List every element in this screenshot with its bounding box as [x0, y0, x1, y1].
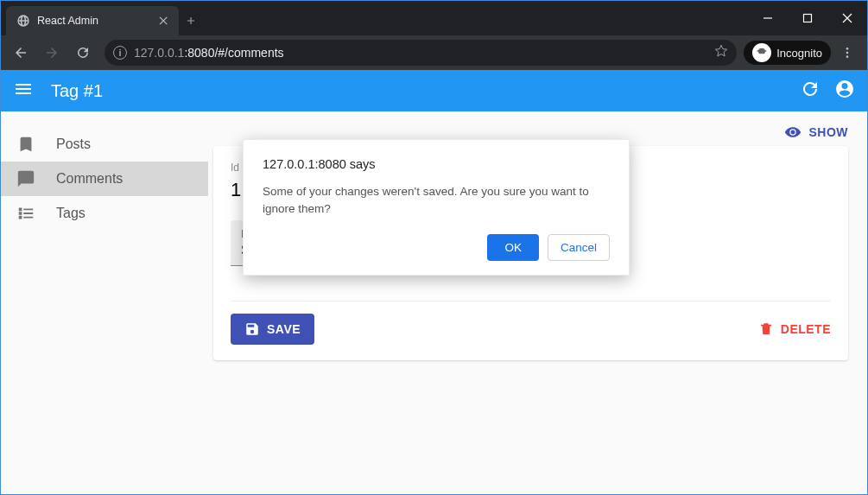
sidebar-item-label: Comments	[56, 171, 123, 187]
url-text: 127.0.0.1:8080/#/comments	[134, 46, 284, 60]
globe-icon	[16, 14, 30, 28]
dialog-message: Some of your changes weren't saved. Are …	[263, 183, 610, 217]
reload-button[interactable]	[68, 40, 98, 66]
dialog-ok-button[interactable]: OK	[487, 234, 539, 261]
svg-point-6	[846, 55, 849, 58]
browser-menu-button[interactable]	[833, 40, 862, 66]
delete-button[interactable]: DELETE	[758, 321, 831, 337]
dialog-actions: OK Cancel	[263, 234, 610, 261]
profile-button[interactable]	[834, 79, 855, 103]
dialog-cancel-button[interactable]: Cancel	[548, 234, 610, 261]
bookmark-icon	[16, 135, 35, 154]
page-title: Tag #1	[51, 81, 103, 101]
eye-icon	[784, 124, 801, 141]
incognito-label: Incognito	[776, 47, 822, 60]
show-label: SHOW	[808, 125, 848, 139]
browser-toolbar: i 127.0.0.1:8080/#/comments Incognito	[1, 35, 867, 70]
tab-title: React Admin	[37, 15, 98, 27]
forward-button[interactable]	[37, 40, 67, 66]
address-bar[interactable]: i 127.0.0.1:8080/#/comments	[105, 40, 737, 66]
save-button[interactable]: SAVE	[231, 314, 314, 345]
bookmark-star-icon[interactable]	[714, 44, 728, 61]
browser-window: React Admin i 127.0.0.1:8080/#/comments	[0, 0, 868, 495]
plus-icon	[185, 15, 197, 27]
app-bar: Tag #1	[1, 70, 867, 111]
minimize-button[interactable]	[748, 1, 788, 35]
show-button[interactable]: SHOW	[784, 124, 848, 141]
new-tab-button[interactable]	[179, 6, 203, 35]
sidebar-item-label: Posts	[56, 136, 91, 152]
sidebar: Posts Comments Tags	[1, 111, 208, 494]
svg-point-4	[846, 48, 849, 50]
titlebar: React Admin	[1, 1, 867, 35]
save-label: SAVE	[267, 322, 301, 336]
incognito-badge: Incognito	[744, 41, 831, 65]
react-admin-app: Tag #1 Posts Comments Tags	[1, 70, 867, 494]
svg-rect-1	[804, 15, 812, 22]
incognito-icon	[752, 43, 771, 62]
refresh-button[interactable]	[800, 79, 820, 103]
close-icon[interactable]	[158, 15, 170, 27]
window-controls	[748, 1, 867, 35]
sidebar-item-posts[interactable]: Posts	[1, 127, 208, 162]
list-icon	[16, 204, 35, 223]
trash-icon	[758, 321, 774, 337]
dialog-title: 127.0.0.1:8080 says	[263, 157, 610, 171]
sidebar-item-comments[interactable]: Comments	[1, 162, 208, 196]
save-icon	[244, 321, 260, 337]
svg-point-5	[846, 52, 849, 54]
site-info-icon[interactable]: i	[113, 46, 127, 60]
confirm-dialog: 127.0.0.1:8080 says Some of your changes…	[243, 139, 630, 276]
chat-icon	[16, 169, 35, 188]
sidebar-item-label: Tags	[56, 206, 86, 221]
delete-label: DELETE	[781, 322, 831, 336]
close-window-button[interactable]	[827, 1, 867, 35]
card-actions: SAVE DELETE	[231, 301, 831, 345]
back-button[interactable]	[6, 40, 35, 66]
sidebar-item-tags[interactable]: Tags	[1, 196, 208, 231]
maximize-button[interactable]	[788, 1, 827, 35]
browser-tab[interactable]: React Admin	[6, 6, 179, 35]
drawer-toggle-button[interactable]	[13, 79, 34, 103]
